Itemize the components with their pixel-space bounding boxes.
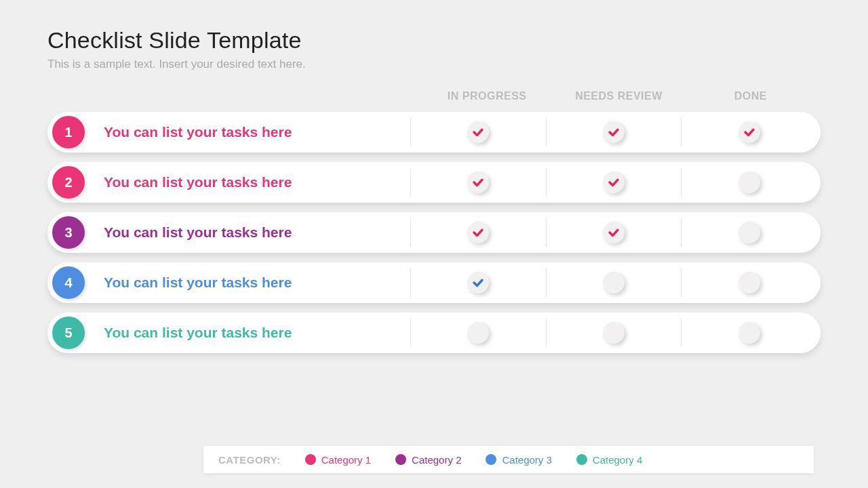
task-row: 1You can list your tasks here [47,112,821,152]
legend-dot-icon [576,454,587,465]
status-cell [681,118,816,146]
legend-item: Category 4 [576,454,642,466]
legend-item: Category 1 [305,454,371,466]
legend-title: CATEGORY: [218,454,281,466]
status-cell [410,118,546,146]
check-icon [467,121,489,143]
legend-label: Category 2 [412,454,461,466]
empty-status-icon [738,222,760,243]
task-label: You can list your tasks here [85,174,410,190]
check-icon [603,121,625,143]
legend-dot-icon [305,454,316,465]
empty-status-icon [603,272,625,293]
status-cell [546,168,682,197]
slide-subtitle: This is a sample text. Insert your desir… [47,58,821,71]
legend-label: Category 4 [593,454,642,466]
check-icon [467,272,489,293]
task-number-badge: 2 [52,166,85,199]
task-number-badge: 3 [52,216,85,249]
empty-status-icon [467,322,489,344]
empty-status-icon [603,322,625,344]
task-label: You can list your tasks here [85,224,410,241]
legend-dot-icon [395,454,406,465]
status-cell [410,319,546,347]
task-row: 4You can list your tasks here [47,262,821,303]
empty-status-icon [738,272,760,293]
legend-dot-icon [486,454,496,465]
check-icon [738,121,760,143]
task-number-badge: 4 [52,266,85,299]
empty-status-icon [738,322,760,344]
empty-status-icon [738,171,760,193]
legend-item: Category 3 [486,454,551,466]
col-header-done: DONE [685,90,816,102]
status-cell [546,118,682,146]
status-cell [410,168,546,197]
check-icon [467,222,489,243]
task-label: You can list your tasks here [85,124,410,140]
status-cell [681,268,816,297]
task-row: 5You can list your tasks here [47,312,821,353]
status-cell [681,218,816,247]
task-number-badge: 5 [52,317,85,349]
col-header-in-progress: IN PROGRESS [421,90,553,102]
task-row: 2You can list your tasks here [47,162,821,203]
check-icon [603,171,625,193]
legend-label: Category 1 [321,454,371,466]
slide-title: Checklist Slide Template [47,27,821,54]
task-label: You can list your tasks here [85,325,410,341]
category-legend: CATEGORY: Category 1Category 2Category 3… [203,446,814,473]
status-cell [546,319,682,347]
status-cell [546,268,682,297]
status-cell [410,268,546,297]
status-cell [681,168,816,197]
legend-item: Category 2 [395,454,461,466]
status-cell [681,319,816,347]
task-label: You can list your tasks here [85,274,410,291]
column-headers: IN PROGRESS NEEDS REVIEW DONE [47,90,821,102]
status-cell [546,218,682,247]
task-row: 3You can list your tasks here [47,212,821,253]
col-header-needs-review: NEEDS REVIEW [553,90,684,102]
status-cell [410,218,546,247]
legend-label: Category 3 [502,454,551,466]
check-icon [603,222,625,243]
task-number-badge: 1 [52,116,85,148]
check-icon [467,171,489,193]
